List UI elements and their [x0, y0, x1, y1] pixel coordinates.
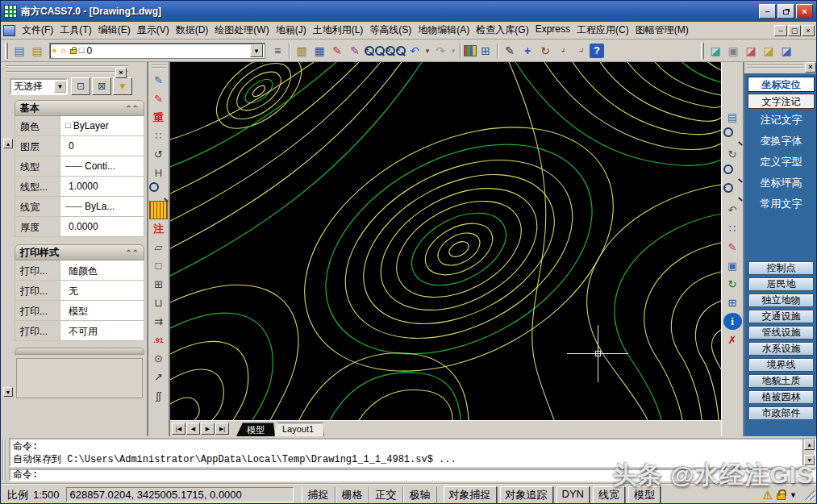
toolbar-icon[interactable]: ↷ — [431, 42, 449, 60]
window-control-button[interactable]: × — [796, 4, 813, 19]
toolbar-icon[interactable]: -/- — [554, 42, 572, 60]
menu-item[interactable]: 检查入库(G) — [473, 22, 531, 39]
command-scrollbar[interactable]: ▲▼ — [802, 439, 815, 465]
command-history[interactable]: 命令: 自动保存到 C:\Users\Administrator\AppData… — [9, 438, 816, 467]
property-value[interactable]: 0.0000 — [60, 217, 144, 236]
menu-item[interactable]: 等高线(S) — [366, 22, 415, 39]
drawing-tool-icon[interactable]: ✎ — [149, 71, 168, 90]
mdi-window-button[interactable]: – — [774, 25, 787, 36]
status-toggle[interactable]: 极轴 — [403, 487, 437, 503]
properties-tool-button[interactable]: ▼ — [113, 77, 132, 95]
property-value[interactable]: 1.0000 — [60, 177, 144, 196]
lock-icon[interactable] — [777, 494, 786, 500]
mdi-window-button[interactable]: ▢ — [788, 25, 801, 36]
property-value[interactable]: ——ByLa... — [60, 197, 144, 216]
status-toggle[interactable]: 栅格 — [336, 487, 369, 503]
toolbar-icon[interactable]: ▥ — [293, 42, 311, 60]
map-tool-icon[interactable]: - — [723, 183, 742, 200]
drawing-tool-icon[interactable] — [149, 182, 168, 201]
close-icon[interactable]: × — [115, 68, 127, 78]
property-value[interactable]: ——Conti... — [60, 156, 144, 176]
panel-link[interactable]: 变换字体 — [746, 131, 816, 152]
toolbar-icon[interactable]: ⊞ — [477, 42, 494, 60]
status-toggle[interactable]: 模型 — [628, 486, 661, 504]
menu-item[interactable]: 绘图处理(W) — [211, 22, 272, 39]
panel-link[interactable]: 定义字型 — [746, 152, 816, 173]
property-value[interactable]: 0 — [60, 136, 144, 156]
toolbar-icon[interactable] — [497, 43, 498, 59]
tab-nav-button[interactable]: ◀ — [186, 423, 200, 435]
feature-category-button[interactable]: 独立地物 — [748, 294, 814, 307]
layout-tab[interactable]: 模型 — [236, 423, 275, 436]
scroll-down-icon[interactable]: ▼ — [3, 387, 13, 397]
selection-filter-combo[interactable]: 无选择 ▼ — [10, 78, 68, 95]
drawing-tool-icon[interactable]: 注 — [149, 219, 168, 238]
drawing-tool-icon[interactable] — [149, 201, 168, 219]
drawing-tool-icon[interactable]: ⊔ — [149, 294, 168, 312]
toolbar-icon[interactable]: ◪ — [777, 42, 795, 60]
status-toggle[interactable]: DYN — [556, 486, 590, 504]
window-control-button[interactable]: – — [759, 4, 776, 19]
toolbar-icon[interactable]: o — [385, 45, 395, 56]
toolbar-icon[interactable]: ? — [590, 44, 604, 58]
property-value[interactable]: □ByLayer — [60, 116, 144, 135]
toolbar-icon[interactable] — [289, 43, 290, 59]
toolbar-icon[interactable]: ▫ — [374, 45, 385, 56]
toolbar-icon[interactable]: ▦ — [311, 42, 328, 60]
panel-grip[interactable]: × — [744, 62, 817, 73]
drawing-tool-icon[interactable]: ✎ — [149, 90, 168, 108]
toolbar-icon[interactable]: ▤ — [28, 42, 46, 60]
combo-dropdown-icon[interactable]: ▼ — [250, 44, 263, 57]
layer-select-combo[interactable]: ●☼□ 0 ▼ — [49, 43, 265, 59]
toolbar-icon[interactable]: --/ — [572, 42, 590, 60]
map-tool-icon[interactable]: ⊞ — [723, 294, 742, 311]
status-toggle[interactable]: 对象追踪 — [500, 486, 553, 504]
map-tool-icon[interactable]: i — [723, 313, 742, 330]
toolbar-icon[interactable]: ▾ — [423, 42, 431, 60]
properties-tool-button[interactable]: ⊠ — [92, 77, 111, 95]
menu-item[interactable]: 文件(F) — [19, 22, 56, 39]
status-toggle[interactable]: 正交 — [369, 487, 403, 503]
drawing-tool-icon[interactable]: ↺ — [149, 145, 168, 164]
toolbar-icon[interactable]: ✎ — [346, 42, 364, 60]
menu-item[interactable]: 显示(V) — [134, 22, 173, 39]
close-icon[interactable]: × — [805, 62, 816, 73]
feature-category-button[interactable]: 交通设施 — [748, 310, 814, 323]
toolbar-icon[interactable] — [464, 45, 477, 56]
menu-item[interactable]: 工程应用(C) — [573, 22, 632, 39]
status-toggle[interactable]: 对象捕捉 — [444, 486, 497, 504]
drawing-tool-icon[interactable]: ⊙ — [149, 349, 168, 368]
feature-category-button[interactable]: 管线设施 — [748, 326, 814, 339]
section-header-plotstyle[interactable]: 打印样式 ⌃⌃ — [15, 244, 144, 260]
command-input[interactable]: 命令: — [9, 469, 816, 481]
property-value[interactable]: 模型 — [60, 301, 144, 320]
feature-category-button[interactable]: 控制点 — [748, 261, 814, 275]
layer-state-icon[interactable] — [70, 49, 77, 54]
toolbar-icon[interactable]: ◪ — [707, 42, 724, 60]
toolbar-icon[interactable]: ▣ — [724, 42, 742, 60]
status-toggle[interactable]: 线宽 — [593, 486, 625, 504]
feature-category-button[interactable]: 市政部件 — [748, 406, 814, 420]
panel-link[interactable]: 常用文字 — [746, 194, 816, 215]
map-tool-icon[interactable]: ∷ — [723, 220, 742, 237]
toolbar-grip[interactable] — [701, 43, 704, 59]
map-tool-icon[interactable]: ✎ — [723, 239, 742, 256]
warning-icon[interactable]: ⚠ — [763, 489, 773, 502]
menu-item[interactable]: 地籍(J) — [273, 22, 310, 39]
drawing-tool-icon[interactable]: ▱ — [149, 238, 168, 256]
toolbar-icon[interactable]: ↻ — [536, 42, 554, 60]
collapsed-section[interactable] — [15, 348, 144, 355]
mdi-window-button[interactable]: × — [802, 25, 815, 36]
toolbar-icon[interactable]: ↶ — [406, 42, 423, 60]
toolbar-icon[interactable]: ▾ — [449, 42, 457, 60]
scroll-up-icon[interactable]: ▲ — [3, 139, 13, 148]
layer-state-icon[interactable]: ● — [52, 46, 57, 55]
collapse-icon[interactable]: ⌃⌃ — [125, 248, 139, 257]
menu-item[interactable]: 编辑(E) — [95, 22, 134, 39]
menu-item[interactable]: 数据(D) — [173, 22, 212, 39]
scale-value[interactable]: 1:500 — [33, 489, 60, 501]
toolbar-icon[interactable]: ◪ — [742, 42, 760, 60]
feature-category-button[interactable]: 植被园林 — [748, 390, 814, 404]
command-grip[interactable] — [2, 439, 6, 480]
map-tool-icon[interactable]: ▤ — [723, 109, 742, 126]
